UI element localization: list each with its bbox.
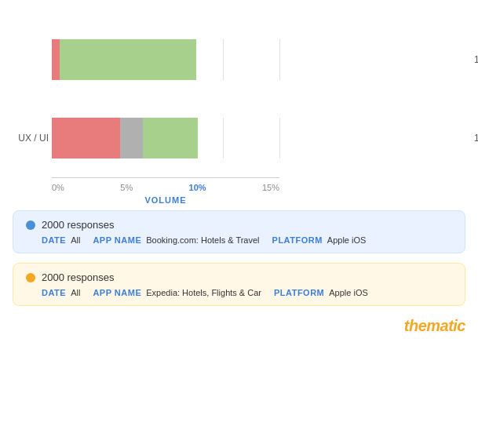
response-card-2: 2000 responses DATE All APP NAME Expedia…: [13, 263, 465, 306]
chart-area: 17.4% UX / UI 19.9%: [52, 20, 465, 177]
bar-segment-green-2: [143, 118, 198, 158]
axis-line: [52, 177, 279, 178]
app-value-2: Expedia: Hotels, Flights & Car: [146, 288, 261, 297]
chart-container: 17.4% UX / UI 19.9%: [13, 13, 465, 201]
platform-label-1: PLATFORM: [272, 235, 323, 245]
x-axis-label: VOLUME: [52, 195, 279, 205]
bar-group: 17.4% UX / UI 19.9%: [52, 20, 465, 177]
dot-blue-1: [26, 220, 35, 230]
date-label-2: DATE: [42, 288, 66, 297]
bar-segment-gray-2: [120, 118, 143, 158]
bar-segment-pink-1: [52, 39, 60, 80]
platform-value-2: Apple iOS: [329, 288, 368, 297]
x-axis: 0% 5% 10% 15%: [52, 183, 279, 192]
date-value-1: All: [71, 235, 80, 245]
bar-segment-green-1: [60, 39, 196, 80]
bar-track-2: [52, 118, 279, 158]
app-label-2: APP NAME: [93, 288, 141, 297]
response-card-1: 2000 responses DATE All APP NAME Booking…: [13, 210, 465, 253]
bar-track-1: [52, 39, 279, 80]
x-tick-0: 0%: [52, 183, 64, 192]
date-label-1: DATE: [42, 235, 66, 245]
x-tick-15: 15%: [262, 183, 279, 192]
bar-value-2: 19.9%: [474, 133, 478, 144]
platform-label-2: PLATFORM: [274, 288, 324, 297]
bar-row-1: 17.4%: [52, 32, 465, 87]
response-meta-1: DATE All APP NAME Booking.com: Hotels & …: [26, 235, 452, 245]
x-tick-10: 10%: [189, 183, 206, 192]
date-value-2: All: [71, 288, 80, 297]
response-header-1: 2000 responses: [26, 219, 452, 231]
bar-segment-pink-2: [52, 118, 120, 158]
app-label-1: APP NAME: [93, 235, 141, 245]
response-meta-2: DATE All APP NAME Expedia: Hotels, Fligh…: [26, 288, 452, 297]
grid-line: [279, 39, 280, 80]
response-count-1: 2000 responses: [42, 219, 115, 231]
dot-yellow-2: [26, 273, 35, 282]
bar-segments-1: [52, 39, 279, 80]
brand-logo: thematic: [13, 317, 465, 335]
grid-line: [279, 118, 280, 158]
response-header-2: 2000 responses: [26, 271, 452, 283]
platform-value-1: Apple iOS: [327, 235, 367, 245]
bar-segments-2: [52, 118, 279, 158]
x-tick-5: 5%: [120, 183, 133, 192]
brand-text: thematic: [404, 317, 465, 334]
bar-row-2: UX / UI 19.9%: [52, 111, 465, 166]
response-count-2: 2000 responses: [42, 271, 115, 283]
bar-value-1: 17.4%: [474, 54, 478, 65]
bar-label-2: UX / UI: [13, 133, 49, 144]
app-value-1: Booking.com: Hotels & Travel: [146, 235, 259, 245]
